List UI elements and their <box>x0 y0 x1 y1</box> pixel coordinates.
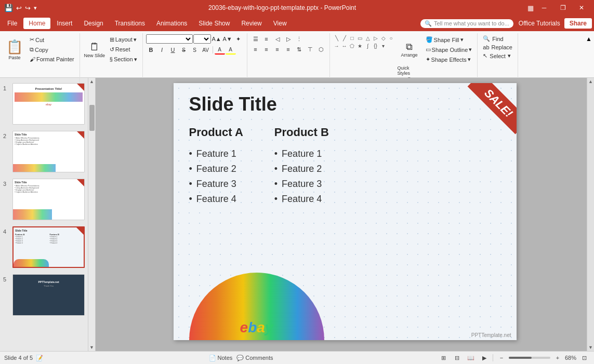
circle-shape[interactable]: ○ <box>388 34 395 42</box>
slide-thumb-3[interactable]: 3 Slide Title • Make Effective Presentat… <box>2 178 86 221</box>
product-a-heading[interactable]: Product A <box>189 126 243 139</box>
strikethrough-button[interactable]: S <box>179 45 189 55</box>
fit-to-window-button[interactable]: ⊡ <box>579 353 590 363</box>
list-item[interactable]: •Feature 3 <box>189 177 243 192</box>
menu-animations[interactable]: Animations <box>151 18 192 29</box>
zoom-in-button[interactable]: + <box>552 353 563 363</box>
slide-thumb-4[interactable]: 4 Slide Title Feature A • Feature 1 • Fe… <box>2 225 86 269</box>
text-direction-button[interactable]: ⇅ <box>294 45 305 54</box>
arrange-button[interactable]: ⧉ Arrange <box>398 34 421 64</box>
shape-outline-button[interactable]: ▭ Shape Outline▾ <box>424 45 474 54</box>
close-button[interactable]: ✕ <box>573 0 590 16</box>
slide-sorter-button[interactable]: ⊟ <box>452 353 463 363</box>
rect-shape[interactable]: □ <box>349 34 356 42</box>
list-item[interactable]: •Feature 1 <box>274 146 329 161</box>
ribbon-toggle-icon[interactable]: ▦ <box>527 4 534 12</box>
canvas-scrollbar-v[interactable]: ▲ ▼ <box>587 78 594 351</box>
select-button[interactable]: ↖ Select▾ <box>481 51 513 60</box>
menu-file[interactable]: File <box>2 18 22 29</box>
replace-button[interactable]: ab Replace <box>481 43 514 51</box>
shape-effects-button[interactable]: ✦ Shape Effects▾ <box>424 55 474 64</box>
layout-button[interactable]: ⊞ Layout▾ <box>108 35 139 44</box>
reading-view-button[interactable]: 📖 <box>466 353 476 363</box>
notes-button[interactable]: 📄 Notes <box>209 355 233 361</box>
font-size-select[interactable] <box>193 34 211 44</box>
zoom-slider[interactable] <box>509 357 550 359</box>
list-item[interactable]: •Feature 4 <box>274 192 329 207</box>
slide-thumb-1[interactable]: 1 Presentation Title! ebay <box>2 82 86 126</box>
menu-slideshow[interactable]: Slide Show <box>193 18 235 29</box>
share-button[interactable]: Share <box>564 18 592 29</box>
slide-thumb-5[interactable]: 5 PPTTemplate.net Thank You <box>2 273 86 317</box>
line-shape[interactable]: ╲ <box>333 34 340 42</box>
line2-shape[interactable]: ╱ <box>341 34 348 42</box>
restore-button[interactable]: ❐ <box>555 0 571 16</box>
cut-button[interactable]: ✂ Cut <box>28 35 76 44</box>
find-button[interactable]: 🔍 Find <box>481 34 505 43</box>
list-item[interactable]: •Feature 2 <box>189 161 243 177</box>
zoom-out-button[interactable]: − <box>496 353 507 363</box>
new-slide-button[interactable]: 🗒 New Slide <box>83 34 106 64</box>
slide-canvas[interactable]: SALE! Slide Title Product A •Feature 1 •… <box>174 83 517 340</box>
more-shapes[interactable]: ▾ <box>380 42 387 49</box>
menu-home[interactable]: Home <box>23 18 50 29</box>
copy-button[interactable]: ⧉ Copy <box>28 45 76 54</box>
slide-panel-scrollbar[interactable]: ▲ ▼ <box>88 78 96 351</box>
menu-review[interactable]: Review <box>236 18 267 29</box>
menu-transitions[interactable]: Transitions <box>110 18 150 29</box>
star-shape[interactable]: ★ <box>357 42 364 49</box>
list-item[interactable]: •Feature 2 <box>274 161 329 177</box>
rtriangle-shape[interactable]: ▷ <box>372 34 379 42</box>
save-icon[interactable]: 💾 <box>4 4 13 12</box>
normal-view-button[interactable]: ⊞ <box>439 353 449 363</box>
office-tutorials-link[interactable]: Office Tutorials <box>519 20 560 27</box>
align-center-button[interactable]: ≡ <box>261 45 272 54</box>
bullet-list-button[interactable]: ☰ <box>250 34 261 44</box>
minimize-button[interactable]: ─ <box>536 0 552 16</box>
paste-button[interactable]: 📋 Paste <box>3 34 26 64</box>
increase-font-button[interactable]: A▲ <box>212 34 222 44</box>
product-b-heading[interactable]: Product B <box>274 126 329 139</box>
pentagon-shape[interactable]: ⬠ <box>349 42 356 49</box>
curve-shape[interactable]: ∫ <box>364 42 372 49</box>
bracket-shape[interactable]: {} <box>372 42 379 49</box>
smartart-button[interactable]: ⬡ <box>316 45 326 54</box>
arrow-shape[interactable]: → <box>333 42 340 49</box>
bold-button[interactable]: B <box>146 45 156 55</box>
clear-format-button[interactable]: ✦ <box>233 34 244 44</box>
list-item[interactable]: •Feature 3 <box>274 177 329 192</box>
search-box[interactable]: 🔍 Tell me what you want to do... <box>420 19 513 28</box>
align-left-button[interactable]: ≡ <box>250 45 261 54</box>
diamond-shape[interactable]: ◇ <box>380 34 387 42</box>
comments-button[interactable]: 💬 Comments <box>236 355 273 361</box>
notes-status-icon[interactable]: 📝 <box>36 355 43 361</box>
menu-insert[interactable]: Insert <box>51 18 77 29</box>
justify-button[interactable]: ≡ <box>283 45 294 54</box>
char-spacing-button[interactable]: AV <box>201 45 211 55</box>
font-family-select[interactable] <box>146 34 193 44</box>
triangle-shape[interactable]: △ <box>364 34 372 42</box>
font-color-button[interactable]: A <box>215 45 225 55</box>
italic-button[interactable]: I <box>157 45 167 55</box>
section-button[interactable]: § Section▾ <box>108 55 139 64</box>
slide-thumb-2[interactable]: 2 Slide Title • Make Effective Presentat… <box>2 130 86 173</box>
reset-button[interactable]: ↺ Reset <box>108 45 139 54</box>
arrow2-shape[interactable]: ↔ <box>341 42 348 49</box>
roundrect-shape[interactable]: ▭ <box>357 34 364 42</box>
shadow-button[interactable]: S <box>190 45 200 55</box>
highlight-button[interactable]: A <box>226 45 236 55</box>
indent-increase-button[interactable]: ▷ <box>283 34 294 44</box>
menu-view[interactable]: View <box>268 18 292 29</box>
redo-icon[interactable]: ↪ <box>25 4 31 12</box>
indent-decrease-button[interactable]: ◁ <box>272 34 283 44</box>
underline-button[interactable]: U <box>168 45 178 55</box>
format-painter-button[interactable]: 🖌 Format Painter <box>28 55 76 63</box>
number-list-button[interactable]: ≡ <box>261 34 272 44</box>
list-item[interactable]: •Feature 1 <box>189 146 243 161</box>
menu-design[interactable]: Design <box>78 18 108 29</box>
list-item[interactable]: •Feature 4 <box>189 192 243 207</box>
slide-show-button[interactable]: ▶ <box>479 353 490 363</box>
shape-fill-button[interactable]: 🪣 Shape Fill▾ <box>424 35 474 44</box>
align-right-button[interactable]: ≡ <box>272 45 283 54</box>
columns-button[interactable]: ⋮ <box>294 34 305 44</box>
